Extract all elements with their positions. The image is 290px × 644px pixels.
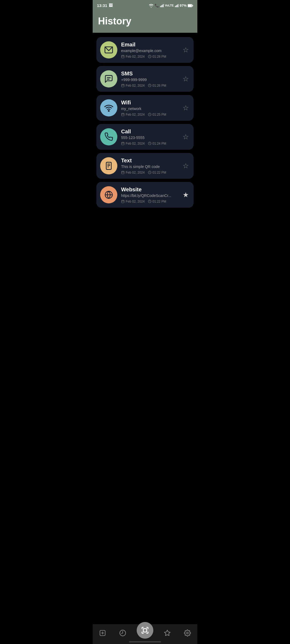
svg-rect-1: [161, 5, 162, 7]
list-item[interactable]: SMS +999-999-9999 Feb 02, 2024 01:26 PM …: [96, 66, 194, 92]
item-type-label: Wifi: [121, 100, 178, 106]
wifi-status-icon: [149, 3, 154, 8]
list-item[interactable]: Wifi my_network Feb 02, 2024 01:25 PM ☆: [96, 95, 194, 121]
item-date: Feb 02, 2024: [121, 55, 145, 58]
photo-icon: 🖼: [109, 3, 113, 8]
item-time: 01:26 PM: [148, 84, 166, 87]
item-time: 01:22 PM: [148, 171, 166, 174]
signal2-icon: [175, 3, 179, 8]
wifi-icon-circle: [100, 99, 117, 116]
item-type-label: SMS: [121, 71, 178, 77]
wifi-info: Wifi my_network Feb 02, 2024 01:25 PM: [121, 100, 178, 116]
favorite-button[interactable]: ★: [182, 190, 190, 199]
item-time: 01:22 PM: [148, 200, 166, 203]
item-time: 01:24 PM: [148, 142, 166, 145]
svg-rect-12: [122, 55, 124, 58]
signal-icon: [160, 3, 164, 8]
battery-percent: 97%: [180, 3, 187, 8]
item-date: Feb 02, 2024: [121, 113, 145, 116]
email-icon-circle: [100, 41, 117, 58]
favorite-button[interactable]: ☆: [182, 103, 190, 112]
svg-rect-28: [122, 142, 124, 145]
header: History: [93, 11, 197, 33]
email-info: Email example@example.com Feb 02, 2024 0…: [121, 42, 178, 58]
favorite-button[interactable]: ☆: [182, 45, 190, 54]
item-value-label: 555-123-5555: [121, 136, 178, 140]
favorite-button[interactable]: ☆: [182, 161, 190, 170]
item-meta: Feb 02, 2024 01:22 PM: [121, 171, 178, 174]
list-item[interactable]: Website https://bit.ly/QRCodeScanCr... F…: [96, 182, 194, 208]
item-meta: Feb 02, 2024 01:26 PM: [121, 84, 178, 87]
svg-rect-3: [163, 4, 164, 7]
time-display: 13:31: [97, 3, 107, 8]
svg-rect-9: [188, 5, 192, 7]
item-meta: Feb 02, 2024 01:28 PM: [121, 55, 178, 58]
list-item[interactable]: Call 555-123-5555 Feb 02, 2024 01:24 PM …: [96, 124, 194, 150]
item-value-label: This is simple QR code: [121, 164, 178, 169]
svg-rect-6: [177, 5, 177, 7]
item-type-label: Text: [121, 158, 178, 164]
call-status-icon: 📞: [155, 3, 159, 8]
item-date: Feb 02, 2024: [121, 200, 145, 203]
item-meta: Feb 02, 2024 01:25 PM: [121, 113, 178, 116]
list-item[interactable]: Email example@example.com Feb 02, 2024 0…: [96, 37, 194, 63]
item-meta: Feb 02, 2024 01:22 PM: [121, 200, 178, 203]
sms-info: SMS +999-999-9999 Feb 02, 2024 01:26 PM: [121, 71, 178, 87]
text-icon-circle: [100, 157, 117, 174]
svg-rect-17: [122, 84, 124, 87]
svg-rect-7: [178, 4, 178, 7]
item-date: Feb 02, 2024: [121, 84, 145, 87]
list-item[interactable]: Text This is simple QR code Feb 02, 2024…: [96, 153, 194, 179]
item-time: 01:25 PM: [148, 113, 166, 116]
favorite-button[interactable]: ☆: [182, 74, 190, 83]
svg-point-22: [108, 111, 109, 111]
item-value-label: my_network: [121, 107, 178, 111]
call-info: Call 555-123-5555 Feb 02, 2024 01:24 PM: [121, 129, 178, 145]
item-time: 01:28 PM: [148, 55, 166, 58]
item-date: Feb 02, 2024: [121, 142, 145, 145]
item-value-label: https://bit.ly/QRCodeScanCr...: [121, 193, 178, 198]
battery-icon: [188, 3, 193, 8]
svg-rect-2: [162, 5, 162, 7]
page-title: History: [98, 16, 192, 27]
item-type-label: Website: [121, 186, 178, 193]
favorite-button[interactable]: ☆: [182, 132, 190, 141]
svg-rect-10: [193, 5, 193, 6]
svg-rect-5: [176, 5, 176, 7]
svg-rect-4: [175, 6, 176, 7]
status-icons: 📞 VoLTE 97%: [149, 3, 193, 8]
lte-label: VoLTE: [165, 4, 174, 7]
svg-rect-44: [122, 200, 124, 203]
sms-icon-circle: [100, 70, 117, 87]
history-list: Email example@example.com Feb 02, 2024 0…: [93, 33, 197, 212]
item-meta: Feb 02, 2024 01:24 PM: [121, 142, 178, 145]
item-date: Feb 02, 2024: [121, 171, 145, 174]
item-type-label: Email: [121, 42, 178, 48]
website-info: Website https://bit.ly/QRCodeScanCr... F…: [121, 186, 178, 203]
item-value-label: +999-999-9999: [121, 78, 178, 82]
status-time-area: 13:31 🖼: [97, 3, 113, 8]
text-info: Text This is simple QR code Feb 02, 2024…: [121, 158, 178, 174]
call-icon-circle: [100, 128, 117, 145]
svg-rect-23: [122, 113, 124, 116]
status-bar: 13:31 🖼 📞 VoLTE 97%: [93, 0, 197, 11]
svg-rect-0: [160, 6, 161, 7]
website-icon-circle: [100, 186, 117, 203]
item-value-label: example@example.com: [121, 49, 178, 53]
item-type-label: Call: [121, 129, 178, 135]
svg-rect-37: [122, 171, 124, 174]
